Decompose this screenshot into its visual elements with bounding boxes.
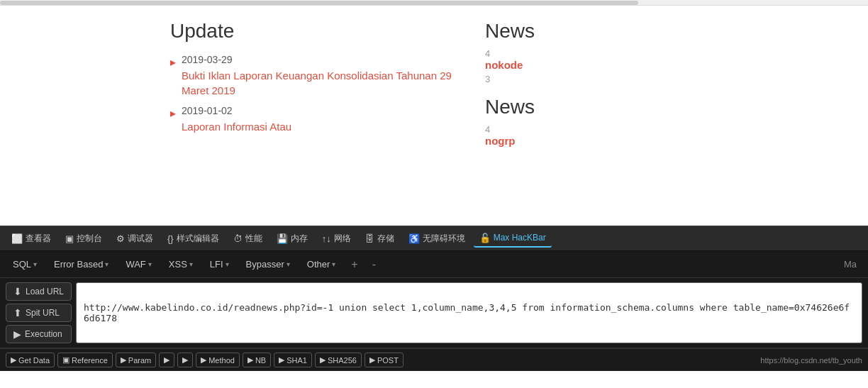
network-label: 网络	[334, 233, 351, 245]
update-title: Update	[170, 20, 457, 43]
update-section: Update ▸ 2019-03-29 Bukti Iklan Laporan …	[170, 20, 485, 218]
update-date-1: 2019-03-29	[182, 54, 457, 65]
bullet-icon-2: ▸	[170, 106, 176, 120]
page-scrollbar[interactable]	[0, 0, 868, 6]
storage-icon: 🗄	[365, 233, 374, 244]
url-input[interactable]: http://www.kabelindo.co.id/readnews.php?…	[76, 282, 862, 343]
hackbar-waf-label: WAF	[126, 259, 145, 270]
news-title-2: News	[485, 96, 698, 118]
storage-label: 存储	[377, 233, 394, 245]
item4-icon: ▶	[164, 355, 169, 365]
sha256-icon: ▶	[320, 355, 326, 365]
hackbar-bypasser-label: Bypasser	[246, 259, 284, 270]
news-block-2: News 4 nogrp	[485, 96, 698, 147]
sha1-label: SHA1	[286, 356, 307, 365]
hackbar-menu-waf[interactable]: WAF ▾	[118, 255, 158, 273]
url-value: http://www.kabelindo.co.id/readnews.php?…	[84, 302, 855, 323]
url-area: ⬇ Load URL ⬆ Spit URL ▶ Execution http:/…	[0, 278, 868, 348]
status-bar: ▶ Get Data ▣ Reference ▶ Param ▶ ▶ ▶ Met…	[0, 348, 868, 371]
side-buttons: ⬇ Load URL ⬆ Spit URL ▶ Execution	[6, 282, 72, 343]
inspector-label: 查看器	[26, 233, 51, 245]
devtools-tab-hackbar[interactable]: 🔓 Max HacKBar	[474, 230, 552, 248]
nb-label: NB	[255, 356, 266, 365]
status-item-sha256[interactable]: ▶ SHA256	[315, 353, 362, 367]
hackbar-menu-bypasser[interactable]: Bypasser ▾	[239, 255, 297, 273]
status-item-param[interactable]: ▶ Param	[116, 353, 156, 367]
hackbar-other-arrow: ▾	[332, 260, 335, 268]
memory-icon: 💾	[277, 233, 288, 244]
devtools-tab-style-editor[interactable]: {} 样式编辑器	[162, 230, 225, 248]
hackbar-plus-button[interactable]: +	[345, 255, 363, 275]
devtools-tab-accessibility[interactable]: ♿ 无障碍环境	[403, 230, 471, 248]
sha256-label: SHA256	[328, 356, 357, 365]
hackbar-toolbar: SQL ▾ Error Based ▾ WAF ▾ XSS ▾ LFI ▾ By…	[0, 251, 868, 278]
status-item-post[interactable]: ▶ POST	[365, 353, 404, 367]
hackbar-error-based-label: Error Based	[54, 259, 103, 270]
spit-url-button[interactable]: ⬆ Spit URL	[6, 304, 72, 322]
devtools-tab-network[interactable]: ↑↓ 网络	[316, 230, 357, 248]
console-icon: ▣	[65, 233, 74, 244]
devtools-tab-storage[interactable]: 🗄 存储	[360, 230, 400, 248]
devtools-tab-inspector[interactable]: ⬜ 查看器	[6, 230, 57, 248]
status-item-reference[interactable]: ▣ Reference	[57, 353, 113, 367]
main-content: Update ▸ 2019-03-29 Bukti Iklan Laporan …	[0, 6, 868, 226]
hackbar-menu-lfi[interactable]: LFI ▾	[203, 255, 236, 273]
hackbar-lfi-arrow: ▾	[226, 260, 229, 268]
post-icon: ▶	[369, 355, 375, 365]
news-count-1: 4	[485, 48, 698, 59]
update-link-2[interactable]: Laporan Informasi Atau	[182, 121, 291, 133]
console-label: 控制台	[77, 233, 102, 245]
debugger-icon: ⚙	[116, 233, 125, 244]
devtools-tab-debugger[interactable]: ⚙ 调试器	[111, 230, 159, 248]
news-section: News 4 nokode 3 News 4 nogrp	[485, 20, 698, 218]
param-icon: ▶	[121, 355, 126, 365]
status-item-4[interactable]: ▶	[159, 353, 174, 367]
hackbar-waf-arrow: ▾	[148, 260, 152, 268]
load-url-icon: ⬇	[13, 286, 22, 297]
hackbar-xss-arrow: ▾	[189, 260, 193, 268]
item5-icon: ▶	[182, 355, 188, 365]
status-items: ▶ Get Data ▣ Reference ▶ Param ▶ ▶ ▶ Met…	[6, 353, 760, 367]
update-link-1[interactable]: Bukti Iklan Laporan Keuangan Konsolidasi…	[182, 70, 452, 96]
reference-icon: ▣	[62, 355, 69, 365]
hackbar-menu-xss[interactable]: XSS ▾	[162, 255, 200, 273]
network-icon: ↑↓	[322, 233, 331, 244]
execution-icon: ▶	[13, 328, 21, 340]
hackbar-lfi-label: LFI	[210, 259, 223, 270]
load-url-button[interactable]: ⬇ Load URL	[6, 282, 72, 301]
devtools-tab-performance[interactable]: ⏱ 性能	[228, 230, 268, 248]
performance-icon: ⏱	[233, 233, 243, 244]
status-item-5[interactable]: ▶	[177, 353, 193, 367]
hackbar-sql-label: SQL	[13, 259, 31, 270]
hackbar-icon: 🔓	[479, 233, 491, 243]
hackbar-minus-button[interactable]: -	[367, 255, 382, 275]
hackbar-menu-error-based[interactable]: Error Based ▾	[47, 255, 116, 273]
reference-label: Reference	[72, 356, 108, 365]
hackbar-sql-arrow: ▾	[33, 260, 37, 268]
debugger-label: 调试器	[128, 233, 153, 245]
status-item-get-data[interactable]: ▶ Get Data	[6, 353, 55, 367]
news-count-2: 4	[485, 124, 698, 135]
get-data-label: Get Data	[18, 356, 50, 365]
devtools-toolbar: ⬜ 查看器 ▣ 控制台 ⚙ 调试器 {} 样式编辑器 ⏱ 性能 💾 内存 ↑↓ …	[0, 226, 868, 251]
hackbar-menu-other[interactable]: Other ▾	[300, 255, 343, 273]
method-icon: ▶	[201, 355, 206, 365]
update-item-1: ▸ 2019-03-29 Bukti Iklan Laporan Keuanga…	[170, 54, 457, 98]
scrollbar-thumb	[0, 1, 638, 5]
news-num-1: 3	[485, 74, 698, 84]
update-item-2: ▸ 2019-01-02 Laporan Informasi Atau	[170, 105, 457, 134]
status-item-sha1[interactable]: ▶ SHA1	[274, 353, 312, 367]
status-link: https://blog.csdn.net/tb_youth	[760, 356, 862, 365]
post-label: POST	[377, 356, 399, 365]
news-title-1: News	[485, 20, 698, 43]
devtools-tab-memory[interactable]: 💾 内存	[271, 230, 313, 248]
style-icon: {}	[167, 233, 174, 244]
sha1-icon: ▶	[279, 355, 284, 365]
nb-icon: ▶	[247, 355, 253, 365]
hackbar-menu-sql[interactable]: SQL ▾	[6, 255, 44, 273]
hackbar-bypasser-arrow: ▾	[286, 260, 290, 268]
execution-button[interactable]: ▶ Execution	[6, 325, 72, 343]
devtools-tab-console[interactable]: ▣ 控制台	[60, 230, 108, 248]
status-item-nb[interactable]: ▶ NB	[243, 353, 271, 367]
status-item-method[interactable]: ▶ Method	[196, 353, 240, 367]
